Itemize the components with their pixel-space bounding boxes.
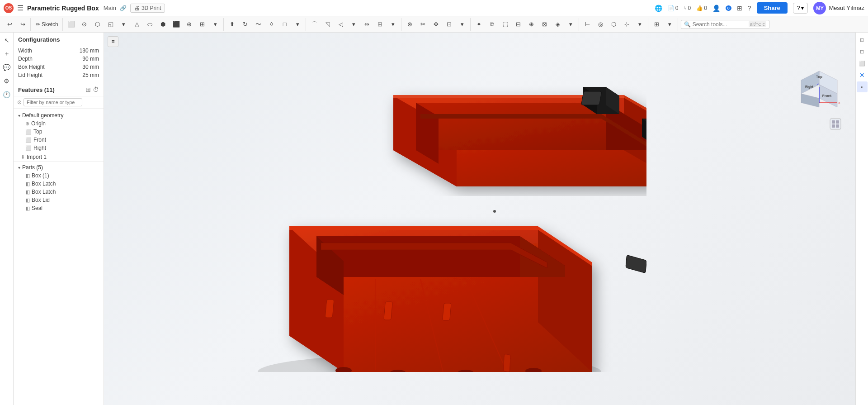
tree-item-right[interactable]: ⬜ Right [14,144,104,152]
view-settings-button[interactable] [829,118,842,132]
tool5d[interactable]: ⊟ [512,19,525,30]
link-icon[interactable]: 🔗 [120,5,127,11]
mirror-btn[interactable]: ⇔ [361,19,373,30]
tool3[interactable]: ⬡ [91,19,104,30]
sweep-btn[interactable]: 〜 [252,19,265,30]
search-input[interactable] [693,21,747,28]
undo-button[interactable]: ↩ [3,19,16,30]
sidebar-icon-cursor[interactable]: ↖ [1,34,13,46]
tool5c[interactable]: ⬚ [499,19,512,30]
tool5a[interactable]: ✦ [473,19,486,30]
branches-counter[interactable]: ⑂ 0 [684,5,691,11]
right-icon-4[interactable]: ✕ [857,70,868,81]
config-value-width[interactable]: 130 mm [80,48,99,54]
tool6[interactable]: △ [131,19,143,30]
tools3-more[interactable]: ▾ [348,19,360,30]
boolean-btn[interactable]: ⊗ [404,19,416,30]
tool7[interactable]: ⬭ [144,19,156,30]
tool5h[interactable]: ▾ [565,19,577,30]
offset-btn[interactable]: ⊡ [443,19,456,30]
right-icon-5[interactable]: ▪ [857,81,868,92]
loft-btn[interactable]: ◊ [265,19,278,30]
help-button[interactable]: ? ▾ [793,3,808,14]
tool6b[interactable]: ◎ [594,19,607,30]
right-icon-2[interactable]: ⊡ [857,46,868,57]
doc-tab[interactable]: Main [104,5,116,11]
sidebar-icon-plus[interactable]: ＋ [1,48,13,60]
part-seal[interactable]: ◧ Seal [14,204,104,212]
tool4[interactable]: ◱ [104,19,117,30]
redo-button[interactable]: ↪ [16,19,29,30]
fillet-btn[interactable]: ⌒ [308,19,321,30]
extrude-btn[interactable]: ⬆ [226,19,239,30]
notification-badge[interactable]: 8 [726,5,731,11]
shell-btn[interactable]: □ [278,19,291,30]
onshape-logo[interactable]: OS [4,3,14,13]
orientation-cube[interactable]: Top Front Right X Z [797,69,842,114]
part-box[interactable]: ◧ Box (1) [14,172,104,180]
filter-input[interactable] [24,98,82,106]
tool6c[interactable]: ⬡ [608,19,620,30]
grid-icon[interactable]: ⊞ [737,5,742,12]
tree-item-front[interactable]: ⬜ Front [14,136,104,144]
print-button[interactable]: 🖨 3D Print [130,4,165,13]
configurations-section: Configurations Width 130 mm Depth 90 mm … [14,33,104,83]
revolve-btn[interactable]: ↻ [239,19,252,30]
tool11[interactable]: ⊞ [196,19,209,30]
tools4-more[interactable]: ▾ [456,19,469,30]
tree-item-import1[interactable]: ⬇ Import 1 [14,153,104,161]
part-box-lid[interactable]: ◧ Box Lid [14,196,104,204]
list-view-button[interactable]: ≡ [108,36,118,47]
tree-item-origin[interactable]: ⊕ Origin [14,119,104,128]
sketch-button[interactable]: ✏ Sketch [33,19,61,30]
tree-item-top[interactable]: ⬜ Top [14,128,104,136]
features-icon-clock[interactable]: ⏱ [93,86,99,93]
tool6a[interactable]: ⊢ [581,19,594,30]
tool5[interactable]: ▾ [118,19,130,30]
tool6d[interactable]: ⊹ [621,19,633,30]
right-icon-3[interactable]: ⬜ [857,58,868,69]
tool5b[interactable]: ⧉ [486,19,499,30]
right-icon-1[interactable]: ⊞ [857,34,868,45]
viewport[interactable]: ≡ [104,33,855,405]
tool6e[interactable]: ▾ [634,19,646,30]
tool9[interactable]: ⬛ [170,19,183,30]
default-geometry-header[interactable]: ▾ Default geometry [14,111,104,119]
config-value-box-height[interactable]: 30 mm [82,64,99,70]
tool5e[interactable]: ⊕ [525,19,538,30]
pattern-btn[interactable]: ⊞ [374,19,387,30]
tool12[interactable]: ▾ [209,19,222,30]
tool5g[interactable]: ◈ [552,19,564,30]
config-value-depth[interactable]: 90 mm [82,56,99,62]
user-area[interactable]: MY Mesut Yılmaz [813,2,864,14]
tool5f[interactable]: ⊠ [538,19,551,30]
sidebar-icon-gear[interactable]: ⚙ [1,75,13,87]
share-button[interactable]: Share [757,2,788,14]
move-btn[interactable]: ✥ [430,19,443,30]
split-btn[interactable]: ✂ [417,19,429,30]
tool7b[interactable]: ▾ [664,19,676,30]
tools2-more[interactable]: ▾ [292,19,304,30]
tool2[interactable]: ⊙ [78,19,91,30]
user-icon[interactable]: 👤 [712,5,720,12]
hamburger-icon[interactable]: ☰ [17,4,24,12]
sidebar-icon-clock[interactable]: 🕐 [1,89,13,100]
chamfer-btn[interactable]: ◹ [321,19,334,30]
tool8[interactable]: ⬢ [157,19,170,30]
tool7a[interactable]: ⊞ [651,19,663,30]
features-icon-grid[interactable]: ⊞ [85,86,91,93]
part-box-latch2[interactable]: ◧ Box Latch [14,188,104,196]
part-box-latch1[interactable]: ◧ Box Latch [14,180,104,188]
likes-counter[interactable]: 👍 0 [696,5,707,11]
files-counter[interactable]: 📄 0 [668,5,679,11]
likes-count: 0 [704,5,707,11]
config-value-lid-height[interactable]: 25 mm [82,72,99,78]
draft-btn[interactable]: ◁ [335,19,347,30]
parts-header[interactable]: ▾ Parts (5) [14,163,104,172]
sidebar-icon-comment[interactable]: 💬 [1,62,13,73]
help-topbar-icon[interactable]: ? [748,5,751,12]
tool1[interactable]: ⬜ [65,19,78,30]
tools3b-more[interactable]: ▾ [387,19,400,30]
tool10[interactable]: ⊕ [183,19,196,30]
globe-icon[interactable]: 🌐 [655,5,662,12]
